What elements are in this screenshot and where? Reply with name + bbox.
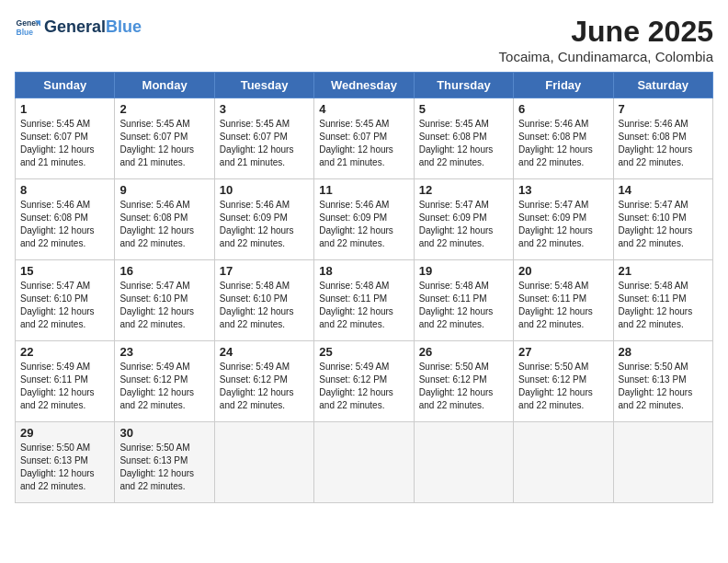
calendar-cell: 30Sunrise: 5:50 AM Sunset: 6:13 PM Dayli… <box>115 422 214 503</box>
calendar-week-row: 29Sunrise: 5:50 AM Sunset: 6:13 PM Dayli… <box>16 422 713 503</box>
day-info: Sunrise: 5:49 AM Sunset: 6:12 PM Dayligh… <box>119 361 209 412</box>
day-number: 5 <box>419 102 508 116</box>
day-number: 11 <box>319 183 408 197</box>
calendar-cell: 18Sunrise: 5:48 AM Sunset: 6:11 PM Dayli… <box>314 260 414 341</box>
weekday-header-thursday: Thursday <box>414 73 513 98</box>
day-number: 22 <box>20 345 109 359</box>
calendar-cell <box>414 422 513 503</box>
day-info: Sunrise: 5:45 AM Sunset: 6:07 PM Dayligh… <box>119 118 209 169</box>
weekday-header-sunday: Sunday <box>16 73 115 98</box>
day-number: 16 <box>119 264 209 278</box>
day-number: 24 <box>220 345 309 359</box>
day-number: 28 <box>619 345 708 359</box>
weekday-header-friday: Friday <box>514 73 613 98</box>
day-number: 14 <box>619 183 708 197</box>
calendar-cell: 3Sunrise: 5:45 AM Sunset: 6:07 PM Daylig… <box>214 98 313 179</box>
calendar-cell: 4Sunrise: 5:45 AM Sunset: 6:07 PM Daylig… <box>314 98 414 179</box>
day-info: Sunrise: 5:47 AM Sunset: 6:09 PM Dayligh… <box>518 199 608 250</box>
weekday-header-wednesday: Wednesday <box>314 73 414 98</box>
calendar-cell <box>613 422 712 503</box>
calendar-cell: 5Sunrise: 5:45 AM Sunset: 6:08 PM Daylig… <box>414 98 513 179</box>
day-number: 6 <box>518 102 608 116</box>
calendar-cell <box>214 422 313 503</box>
day-info: Sunrise: 5:46 AM Sunset: 6:09 PM Dayligh… <box>319 199 408 250</box>
calendar-cell: 15Sunrise: 5:47 AM Sunset: 6:10 PM Dayli… <box>16 260 115 341</box>
title-area: June 2025 Tocaima, Cundinamarca, Colombi… <box>499 15 713 64</box>
day-number: 15 <box>20 264 109 278</box>
location-title: Tocaima, Cundinamarca, Colombia <box>499 49 713 64</box>
weekday-header-saturday: Saturday <box>613 73 712 98</box>
day-info: Sunrise: 5:46 AM Sunset: 6:08 PM Dayligh… <box>119 199 209 250</box>
day-info: Sunrise: 5:47 AM Sunset: 6:10 PM Dayligh… <box>619 199 708 250</box>
calendar-cell <box>314 422 414 503</box>
day-info: Sunrise: 5:48 AM Sunset: 6:11 PM Dayligh… <box>419 280 508 331</box>
calendar-cell: 14Sunrise: 5:47 AM Sunset: 6:10 PM Dayli… <box>613 179 712 260</box>
weekday-header-tuesday: Tuesday <box>214 73 313 98</box>
day-number: 21 <box>619 264 708 278</box>
day-info: Sunrise: 5:45 AM Sunset: 6:07 PM Dayligh… <box>220 118 309 169</box>
day-number: 26 <box>419 345 508 359</box>
calendar-cell: 13Sunrise: 5:47 AM Sunset: 6:09 PM Dayli… <box>514 179 613 260</box>
day-info: Sunrise: 5:46 AM Sunset: 6:09 PM Dayligh… <box>220 199 309 250</box>
day-info: Sunrise: 5:45 AM Sunset: 6:07 PM Dayligh… <box>319 118 408 169</box>
day-number: 7 <box>619 102 708 116</box>
day-number: 2 <box>119 102 209 116</box>
calendar-cell: 12Sunrise: 5:47 AM Sunset: 6:09 PM Dayli… <box>414 179 513 260</box>
day-number: 1 <box>20 102 109 116</box>
day-info: Sunrise: 5:46 AM Sunset: 6:08 PM Dayligh… <box>518 118 608 169</box>
calendar-cell: 25Sunrise: 5:49 AM Sunset: 6:12 PM Dayli… <box>314 341 414 422</box>
page-header: General Blue GeneralBlue June 2025 Tocai… <box>15 15 713 64</box>
calendar-cell <box>514 422 613 503</box>
calendar-week-row: 15Sunrise: 5:47 AM Sunset: 6:10 PM Dayli… <box>16 260 713 341</box>
logo-icon: General Blue <box>15 15 40 40</box>
day-info: Sunrise: 5:50 AM Sunset: 6:12 PM Dayligh… <box>518 361 608 412</box>
day-number: 13 <box>518 183 608 197</box>
day-number: 19 <box>419 264 508 278</box>
calendar-header-row: SundayMondayTuesdayWednesdayThursdayFrid… <box>16 73 713 98</box>
calendar-cell: 1Sunrise: 5:45 AM Sunset: 6:07 PM Daylig… <box>16 98 115 179</box>
calendar-week-row: 8Sunrise: 5:46 AM Sunset: 6:08 PM Daylig… <box>16 179 713 260</box>
calendar-table: SundayMondayTuesdayWednesdayThursdayFrid… <box>15 72 713 503</box>
logo: General Blue GeneralBlue <box>15 15 142 40</box>
day-info: Sunrise: 5:45 AM Sunset: 6:08 PM Dayligh… <box>419 118 508 169</box>
calendar-cell: 8Sunrise: 5:46 AM Sunset: 6:08 PM Daylig… <box>16 179 115 260</box>
calendar-cell: 27Sunrise: 5:50 AM Sunset: 6:12 PM Dayli… <box>514 341 613 422</box>
calendar-cell: 19Sunrise: 5:48 AM Sunset: 6:11 PM Dayli… <box>414 260 513 341</box>
day-info: Sunrise: 5:46 AM Sunset: 6:08 PM Dayligh… <box>619 118 708 169</box>
day-number: 29 <box>20 426 109 440</box>
calendar-cell: 10Sunrise: 5:46 AM Sunset: 6:09 PM Dayli… <box>214 179 313 260</box>
calendar-cell: 17Sunrise: 5:48 AM Sunset: 6:10 PM Dayli… <box>214 260 313 341</box>
day-info: Sunrise: 5:47 AM Sunset: 6:10 PM Dayligh… <box>119 280 209 331</box>
day-info: Sunrise: 5:47 AM Sunset: 6:10 PM Dayligh… <box>20 280 109 331</box>
calendar-cell: 29Sunrise: 5:50 AM Sunset: 6:13 PM Dayli… <box>16 422 115 503</box>
calendar-cell: 11Sunrise: 5:46 AM Sunset: 6:09 PM Dayli… <box>314 179 414 260</box>
calendar-cell: 26Sunrise: 5:50 AM Sunset: 6:12 PM Dayli… <box>414 341 513 422</box>
calendar-cell: 22Sunrise: 5:49 AM Sunset: 6:11 PM Dayli… <box>16 341 115 422</box>
calendar-cell: 23Sunrise: 5:49 AM Sunset: 6:12 PM Dayli… <box>115 341 214 422</box>
day-info: Sunrise: 5:48 AM Sunset: 6:11 PM Dayligh… <box>619 280 708 331</box>
weekday-header-monday: Monday <box>115 73 214 98</box>
logo-text: GeneralBlue <box>44 18 142 37</box>
calendar-cell: 9Sunrise: 5:46 AM Sunset: 6:08 PM Daylig… <box>115 179 214 260</box>
calendar-cell: 2Sunrise: 5:45 AM Sunset: 6:07 PM Daylig… <box>115 98 214 179</box>
day-number: 17 <box>220 264 309 278</box>
day-number: 27 <box>518 345 608 359</box>
day-info: Sunrise: 5:49 AM Sunset: 6:12 PM Dayligh… <box>319 361 408 412</box>
day-info: Sunrise: 5:49 AM Sunset: 6:12 PM Dayligh… <box>220 361 309 412</box>
calendar-cell: 21Sunrise: 5:48 AM Sunset: 6:11 PM Dayli… <box>613 260 712 341</box>
day-number: 23 <box>119 345 209 359</box>
day-number: 10 <box>220 183 309 197</box>
calendar-cell: 20Sunrise: 5:48 AM Sunset: 6:11 PM Dayli… <box>514 260 613 341</box>
day-info: Sunrise: 5:46 AM Sunset: 6:08 PM Dayligh… <box>20 199 109 250</box>
day-number: 9 <box>119 183 209 197</box>
day-info: Sunrise: 5:50 AM Sunset: 6:12 PM Dayligh… <box>419 361 508 412</box>
day-info: Sunrise: 5:45 AM Sunset: 6:07 PM Dayligh… <box>20 118 109 169</box>
calendar-cell: 16Sunrise: 5:47 AM Sunset: 6:10 PM Dayli… <box>115 260 214 341</box>
day-number: 30 <box>119 426 209 440</box>
calendar-cell: 24Sunrise: 5:49 AM Sunset: 6:12 PM Dayli… <box>214 341 313 422</box>
day-info: Sunrise: 5:49 AM Sunset: 6:11 PM Dayligh… <box>20 361 109 412</box>
day-number: 4 <box>319 102 408 116</box>
day-info: Sunrise: 5:48 AM Sunset: 6:10 PM Dayligh… <box>220 280 309 331</box>
day-number: 3 <box>220 102 309 116</box>
day-info: Sunrise: 5:50 AM Sunset: 6:13 PM Dayligh… <box>619 361 708 412</box>
